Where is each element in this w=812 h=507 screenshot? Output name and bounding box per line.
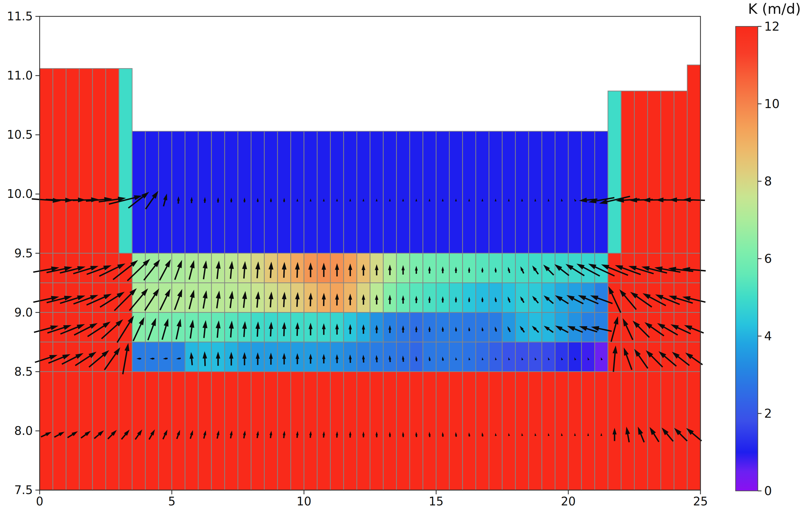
grid-cell bbox=[449, 342, 463, 372]
arrow-shaft bbox=[297, 298, 297, 307]
grid-cell bbox=[687, 65, 700, 253]
grid-cell bbox=[264, 372, 277, 490]
grid-cell bbox=[93, 68, 106, 253]
grid-cell bbox=[330, 131, 344, 253]
arrow-shaft bbox=[257, 328, 258, 337]
grid-cell bbox=[66, 372, 79, 490]
arrow-shaft bbox=[284, 269, 284, 278]
grid-cell bbox=[304, 372, 317, 490]
grid-cell bbox=[529, 283, 542, 313]
grid-cell bbox=[159, 131, 172, 253]
colorbar-bar bbox=[736, 26, 758, 491]
grid-cell bbox=[225, 131, 238, 253]
heatmap-cells bbox=[40, 65, 700, 490]
grid-cell bbox=[185, 131, 198, 253]
grid-cell bbox=[516, 372, 529, 490]
arrow-shaft bbox=[205, 358, 205, 366]
grid-cell bbox=[40, 68, 53, 253]
figure-canvas: 051015202511.511.010.510.09.59.08.58.07.… bbox=[0, 0, 812, 507]
grid-cell bbox=[277, 131, 291, 253]
grid-cell bbox=[595, 342, 608, 372]
grid-cell bbox=[172, 372, 185, 490]
grid-cell bbox=[555, 253, 568, 283]
y-tick-label: 10.5 bbox=[7, 128, 33, 142]
grid-cell bbox=[476, 131, 489, 253]
arrow-shaft bbox=[192, 358, 192, 365]
colorbar-title: K (m/d) bbox=[748, 1, 801, 17]
grid-cell bbox=[145, 342, 159, 372]
grid-cell bbox=[634, 342, 648, 372]
grid-cell bbox=[674, 91, 687, 253]
grid-cell bbox=[317, 131, 330, 253]
x-tick-label: 0 bbox=[36, 495, 43, 507]
grid-cell bbox=[145, 283, 159, 313]
grid-cell bbox=[555, 131, 568, 253]
grid-cell bbox=[489, 313, 502, 342]
arrow-shaft bbox=[284, 328, 284, 336]
grid-cell bbox=[476, 342, 489, 372]
grid-cell bbox=[159, 372, 172, 490]
grid-cell bbox=[40, 253, 53, 283]
grid-cell bbox=[502, 372, 516, 490]
grid-cell bbox=[106, 68, 119, 253]
grid-cell bbox=[489, 131, 502, 253]
grid-cell bbox=[132, 283, 145, 313]
grid-cell bbox=[595, 372, 608, 490]
grid-cell bbox=[172, 131, 185, 253]
y-tick-label: 11.0 bbox=[7, 69, 33, 82]
grid-cell bbox=[383, 372, 396, 490]
grid-cell bbox=[423, 372, 436, 490]
grid-cell bbox=[251, 372, 264, 490]
grid-cell bbox=[66, 68, 79, 253]
grid-cell bbox=[344, 131, 357, 253]
grid-cell bbox=[119, 372, 132, 490]
arrow-shaft bbox=[231, 328, 231, 337]
arrow-shaft bbox=[230, 268, 231, 279]
grid-cell bbox=[79, 68, 93, 253]
colorbar-tick-label: 10 bbox=[764, 97, 780, 111]
grid-cell bbox=[516, 283, 529, 313]
grid-cell bbox=[621, 283, 634, 313]
colorbar-tick-label: 4 bbox=[764, 329, 772, 343]
grid-cell bbox=[40, 283, 53, 313]
grid-cell bbox=[661, 372, 674, 490]
grid-cell bbox=[502, 253, 516, 283]
grid-cell bbox=[132, 342, 145, 372]
grid-cell bbox=[211, 372, 225, 490]
arrow-shaft bbox=[244, 328, 245, 337]
arrow-shaft bbox=[270, 298, 271, 307]
arrow-shaft bbox=[257, 269, 258, 278]
grid-cell bbox=[529, 313, 542, 342]
y-tick-label: 8.5 bbox=[14, 365, 33, 378]
grid-cell bbox=[449, 131, 463, 253]
grid-cell bbox=[79, 372, 93, 490]
x-tick-label: 25 bbox=[693, 495, 708, 507]
grid-cell bbox=[357, 131, 370, 253]
grid-cell bbox=[529, 342, 542, 372]
grid-cell bbox=[476, 313, 489, 342]
grid-cell bbox=[463, 372, 476, 490]
grid-cell bbox=[582, 131, 595, 253]
grid-cell bbox=[661, 91, 674, 253]
grid-cell bbox=[555, 342, 568, 372]
grid-cell bbox=[370, 131, 383, 253]
grid-cell bbox=[608, 91, 621, 253]
grid-cell bbox=[489, 342, 502, 372]
grid-cell bbox=[463, 131, 476, 253]
grid-cell bbox=[291, 372, 304, 490]
cross-section-heatmap-plot: 051015202511.511.010.510.09.59.08.58.07.… bbox=[0, 0, 812, 507]
grid-cell bbox=[502, 283, 516, 313]
grid-cell bbox=[489, 283, 502, 313]
grid-cell bbox=[542, 342, 555, 372]
arrow-shaft bbox=[217, 327, 218, 338]
grid-cell bbox=[449, 372, 463, 490]
grid-cell bbox=[502, 313, 516, 342]
arrow-shaft bbox=[270, 269, 271, 278]
y-tick-label: 9.5 bbox=[14, 246, 33, 260]
grid-cell bbox=[648, 372, 661, 490]
grid-cell bbox=[436, 372, 449, 490]
grid-cell bbox=[317, 372, 330, 490]
y-tick-label: 11.5 bbox=[7, 9, 33, 23]
grid-cell bbox=[291, 131, 304, 253]
grid-cell bbox=[225, 372, 238, 490]
